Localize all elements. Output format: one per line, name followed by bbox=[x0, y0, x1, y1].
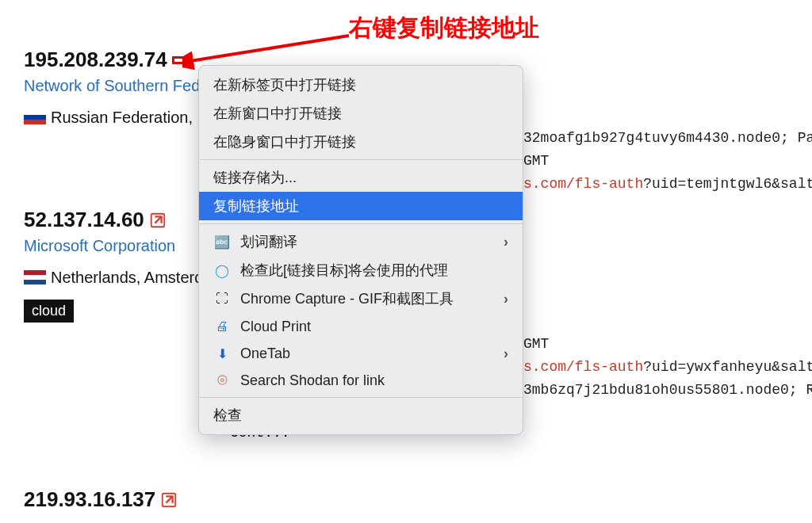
menu-separator bbox=[199, 397, 523, 398]
menu-check-proxy[interactable]: ◯ 检查此[链接目标]将会使用的代理 bbox=[199, 256, 523, 284]
menu-onetab[interactable]: ⬇ OneTab › bbox=[199, 340, 523, 367]
menu-inspect[interactable]: 检查 bbox=[199, 401, 523, 429]
menu-separator bbox=[199, 223, 523, 224]
onetab-icon: ⬇ bbox=[213, 345, 231, 362]
menu-save-link-as[interactable]: 链接存储为... bbox=[199, 163, 523, 192]
proxy-icon: ◯ bbox=[213, 262, 231, 279]
menu-copy-link-address[interactable]: 复制链接地址 bbox=[199, 192, 523, 220]
ip-address[interactable]: 52.137.14.60 bbox=[24, 208, 144, 232]
capture-icon: ⛶ bbox=[213, 290, 231, 307]
translate-icon: 🔤 bbox=[213, 233, 231, 250]
search-result: 219.93.16.137 bbox=[24, 487, 178, 512]
chevron-right-icon: › bbox=[504, 345, 508, 362]
menu-open-new-tab[interactable]: 在新标签页中打开链接 bbox=[199, 71, 523, 99]
menu-open-new-window[interactable]: 在新窗口中打开链接 bbox=[199, 99, 523, 128]
ip-address[interactable]: 219.93.16.137 bbox=[24, 487, 155, 512]
external-link-icon[interactable] bbox=[160, 491, 178, 509]
menu-cloud-print[interactable]: 🖨 Cloud Print bbox=[199, 313, 523, 340]
shodan-icon: ⦾ bbox=[213, 372, 231, 389]
org-link[interactable]: Microsoft Corporation bbox=[24, 237, 175, 255]
ip-address[interactable]: 195.208.239.74 bbox=[24, 48, 167, 72]
chevron-right-icon: › bbox=[504, 291, 508, 307]
menu-search-shodan[interactable]: ⦾ Search Shodan for link bbox=[199, 367, 523, 394]
chevron-right-icon: › bbox=[504, 234, 508, 250]
menu-separator bbox=[199, 159, 523, 160]
response-snippet: GMT s.com/fls-auth?uid=ywxfanheyu&salt 3… bbox=[523, 333, 812, 401]
annotation-text: 右键复制链接地址 bbox=[349, 12, 539, 44]
menu-open-incognito[interactable]: 在隐身窗口中打开链接 bbox=[199, 128, 523, 156]
flag-icon bbox=[24, 110, 46, 124]
response-snippet: 32moafg1b927g4tuvy6m4430.node0; Pa GMT s… bbox=[523, 127, 812, 195]
print-icon: 🖨 bbox=[213, 318, 231, 335]
flag-icon bbox=[24, 270, 46, 284]
menu-chrome-capture[interactable]: ⛶ Chrome Capture - GIF和截图工具 › bbox=[199, 284, 523, 313]
context-menu: 在新标签页中打开链接 在新窗口中打开链接 在隐身窗口中打开链接 链接存储为...… bbox=[198, 65, 523, 435]
tag-badge: cloud bbox=[24, 300, 74, 323]
external-link-icon[interactable] bbox=[149, 212, 167, 229]
menu-translate[interactable]: 🔤 划词翻译 › bbox=[199, 227, 523, 256]
external-link-icon[interactable] bbox=[172, 56, 186, 64]
